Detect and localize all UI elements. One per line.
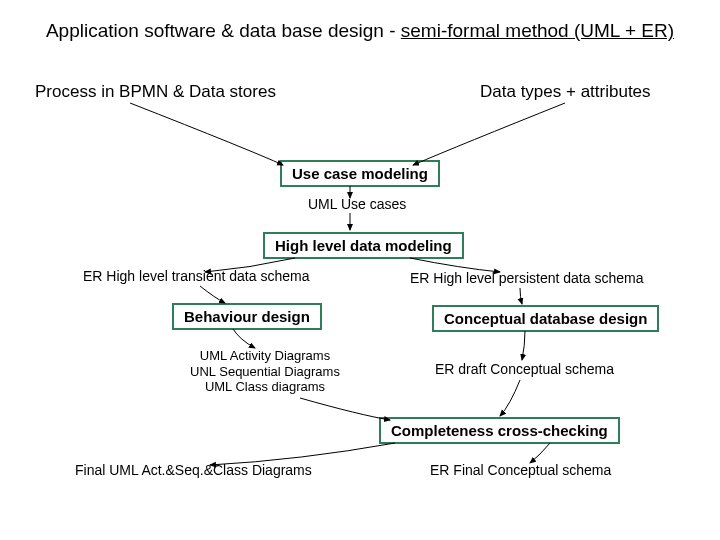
- label-final-uml: Final UML Act.&Seq.&Class Diagrams: [75, 462, 312, 478]
- label-er-draft: ER draft Conceptual schema: [435, 361, 614, 377]
- label-er-persistent: ER High level persistent data schema: [410, 270, 643, 286]
- uml-diag-line1: UML Activity Diagrams: [200, 348, 330, 363]
- input-right-label: Data types + attributes: [480, 82, 651, 102]
- input-left-label: Process in BPMN & Data stores: [35, 82, 276, 102]
- label-uml-usecases: UML Use cases: [308, 196, 406, 212]
- box-behaviour: Behaviour design: [172, 303, 322, 330]
- page-title: Application software & data base design …: [0, 20, 720, 42]
- uml-diag-line2: UNL Sequential Diagrams: [190, 364, 340, 379]
- label-er-transient: ER High level transient data schema: [83, 268, 309, 284]
- box-highlevel: High level data modeling: [263, 232, 464, 259]
- title-underline: semi-formal method (UML + ER): [401, 20, 674, 41]
- box-conceptual: Conceptual database design: [432, 305, 659, 332]
- uml-diag-line3: UML Class diagrams: [205, 379, 325, 394]
- box-completeness: Completeness cross-checking: [379, 417, 620, 444]
- title-plain: Application software & data base design …: [46, 20, 401, 41]
- label-er-final: ER Final Conceptual schema: [430, 462, 611, 478]
- label-uml-diagrams: UML Activity Diagrams UNL Sequential Dia…: [185, 348, 345, 395]
- box-usecase: Use case modeling: [280, 160, 440, 187]
